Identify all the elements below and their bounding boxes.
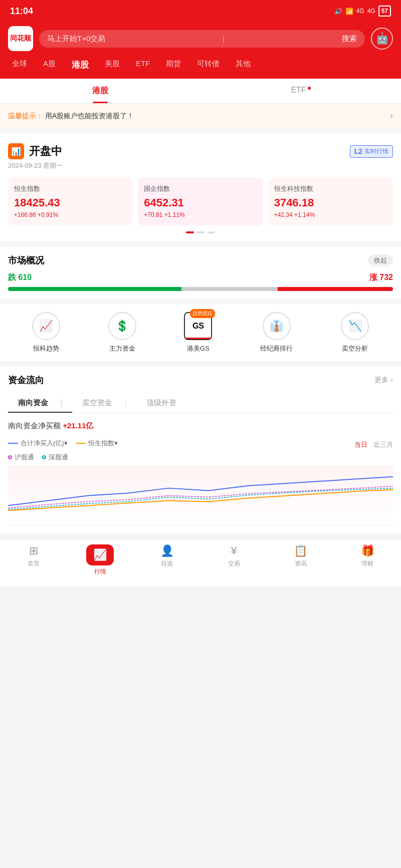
quick-item-hktrend[interactable]: 📈 恒科趋势 (32, 312, 60, 353)
index-name-hstech: 恒生科技指数 (274, 184, 387, 193)
search-button[interactable]: 搜索 (342, 34, 357, 44)
sub-tab-hkstock[interactable]: 港股 (0, 79, 200, 103)
banner-arrow-icon: › (390, 111, 393, 121)
market-title-row: 📊 开盘中 (8, 143, 62, 159)
legend-dot-cyan (42, 455, 46, 459)
capital-flow-section: 资金流向 更多 › 南向资金 卖空资金 顶级外资 南向资金净买额 +21.11亿… (0, 366, 401, 534)
decline-count: 跌 610 (8, 272, 32, 283)
gs-label: 港美GS (187, 344, 210, 353)
flow-text: 南向资金净买额 (8, 421, 61, 430)
market-bar (8, 287, 393, 291)
nav-tab-other[interactable]: 其他 (228, 57, 259, 73)
quick-item-gs[interactable]: GS 趋势跟踪 港美GS (184, 312, 212, 353)
index-card-hstech[interactable]: 恒生科技指数 3746.18 +42.34 +1.14% (268, 177, 393, 225)
index-change-hscei: +70.81 +1.11% (144, 211, 257, 218)
news-label: 资讯 (295, 559, 307, 568)
banner[interactable]: 温馨提示： 用A股账户也能投资港股了！ › (0, 104, 401, 128)
banner-text: 温馨提示： 用A股账户也能投资港股了！ (8, 112, 134, 121)
market-date: 2024-09-23 星期一 (8, 161, 393, 170)
index-card-hsi[interactable]: 恒生指数 18425.43 +166.86 +0.91% (8, 177, 133, 225)
bottom-nav: ⊞ 首页 📈 行情 👤 自选 ¥ 交易 📋 资讯 🎁 理财 (0, 539, 401, 586)
nav-item-news[interactable]: 📋 资讯 (286, 544, 316, 576)
nav-tab-hkstock[interactable]: 港股 (64, 57, 97, 73)
legend-row-1: 合计净买入(亿)▾ 恒生指数▾ (8, 439, 118, 448)
rise-count: 涨 732 (369, 272, 393, 283)
l2-text: 实时行情 (364, 147, 388, 156)
quick-item-capital[interactable]: 💲 主力资金 (108, 312, 136, 353)
market-overview-header: 市场概况 收起 (8, 254, 393, 266)
market-icon-bg: 📈 (86, 544, 114, 565)
market-stats: 跌 610 涨 732 (8, 272, 393, 283)
nav-tab-convertible[interactable]: 可转债 (189, 57, 228, 73)
nav-tab-futures[interactable]: 期货 (158, 57, 189, 73)
index-name-hsi: 恒生指数 (14, 184, 127, 193)
flow-value: +21.11亿 (63, 421, 93, 430)
flow-tab-short[interactable]: 卖空资金 (72, 394, 136, 413)
sub-tab-etf[interactable]: ETF (200, 79, 401, 103)
search-bar[interactable]: 马上开始T+0交易 | 搜索 (39, 30, 365, 48)
market-status-icon: 📊 (8, 143, 24, 159)
nav-item-finance[interactable]: 🎁 理财 (352, 544, 382, 576)
capital-flow-more[interactable]: 更多 › (374, 376, 393, 385)
gs-underline (185, 338, 211, 339)
collapse-button[interactable]: 收起 (368, 254, 393, 266)
legend-line-orange (76, 443, 86, 444)
bar-decline (8, 287, 181, 291)
index-name-hscei: 国企指数 (144, 184, 257, 193)
signal2-icon: 4G (367, 8, 375, 15)
nav-item-home[interactable]: ⊞ 首页 (19, 544, 49, 576)
robot-icon[interactable]: 🤖 (371, 28, 393, 50)
news-icon: 📋 (294, 544, 307, 557)
flow-tab-foreign[interactable]: 顶级外资 (136, 394, 186, 413)
nav-tab-usstock[interactable]: 美股 (97, 57, 128, 73)
l2-label: L2 (354, 147, 362, 155)
legend-shen: 深股通 (42, 453, 68, 462)
index-cards: 恒生指数 18425.43 +166.86 +0.91% 国企指数 6452.3… (8, 177, 393, 225)
capital-flow-title: 资金流向 (8, 374, 44, 386)
nav-item-watchlist[interactable]: 👤 自选 (152, 544, 182, 576)
flow-chart (8, 466, 393, 525)
time-toggle-3month[interactable]: 近三月 (373, 440, 393, 449)
nav-tab-etf[interactable]: ETF (128, 57, 158, 73)
nav-tab-ashare[interactable]: A股 (35, 57, 64, 73)
legend-row-2: 沪股通 深股通 (8, 453, 393, 462)
legend-hu-label: 沪股通 (15, 453, 34, 462)
signal1-icon: 4G (356, 8, 364, 15)
l2-badge[interactable]: L2 实时行情 (350, 145, 393, 158)
search-placeholder: 马上开始T+0交易 (47, 34, 105, 44)
flow-tab-south[interactable]: 南向资金 (8, 394, 72, 413)
hktrend-icon: 📈 (32, 312, 60, 340)
bar-rise (278, 287, 393, 291)
finance-label: 理财 (361, 559, 373, 568)
indicator-3 (207, 231, 215, 233)
index-value-hstech: 3746.18 (274, 196, 387, 209)
nav-tab-global[interactable]: 全球 (4, 57, 35, 73)
flow-tabs: 南向资金 卖空资金 顶级外资 (8, 394, 393, 413)
time-toggle-today[interactable]: 当日 (354, 440, 367, 449)
time-toggle: 当日 近三月 (354, 440, 393, 449)
index-value-hsi: 18425.43 (14, 196, 127, 209)
banner-label: 温馨提示： (8, 112, 43, 120)
legend-net-buy-label: 合计净买入(亿)▾ (21, 439, 68, 448)
quick-access: 📈 恒科趋势 💲 主力资金 GS 趋势跟踪 港美GS 👔 经纪商排行 (0, 304, 401, 361)
index-card-hscei[interactable]: 国企指数 6452.31 +70.81 +1.11% (138, 177, 263, 225)
market-icon: 📈 (93, 548, 107, 561)
quick-item-broker[interactable]: 👔 经纪商排行 (260, 312, 293, 353)
market-overview-title: 市场概况 (8, 254, 44, 266)
status-time: 11:04 (10, 6, 33, 17)
quick-icons: 📈 恒科趋势 💲 主力资金 GS 趋势跟踪 港美GS 👔 经纪商排行 (8, 312, 393, 353)
logo-text: 同花顺 (10, 34, 31, 43)
battery-indicator: 57 (378, 6, 391, 17)
capital-icon: 💲 (108, 312, 136, 340)
capital-symbol: 💲 (115, 320, 129, 333)
broker-icon: 👔 (263, 312, 291, 340)
nav-item-market[interactable]: 📈 行情 (85, 544, 115, 576)
broker-label: 经纪商排行 (260, 344, 293, 353)
legend-hsi: 恒生指数▾ (76, 439, 118, 448)
hktrend-symbol: 📈 (39, 320, 53, 333)
capital-flow-header: 资金流向 更多 › (8, 374, 393, 386)
nav-item-trade[interactable]: ¥ 交易 (219, 544, 249, 576)
quick-item-short[interactable]: 📉 卖空分析 (341, 312, 369, 353)
nfc-icon: 🔊 (334, 8, 342, 15)
trade-icon: ¥ (231, 544, 237, 557)
